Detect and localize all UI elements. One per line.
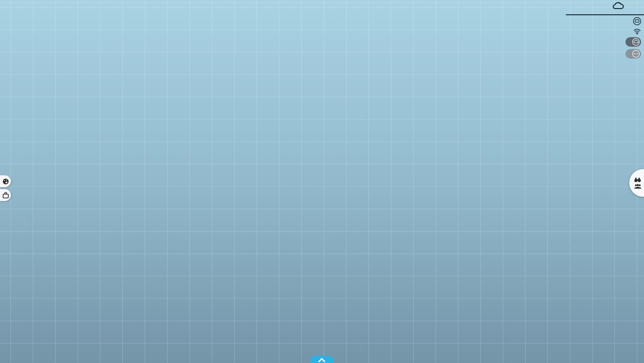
presence-widget[interactable] <box>629 169 644 197</box>
session-id-pill[interactable] <box>625 49 641 59</box>
instructor-row <box>631 17 641 25</box>
left-edge-toolbar <box>0 175 11 201</box>
connector-lines-layer <box>0 0 644 363</box>
device-info-panel <box>625 17 641 59</box>
more-options-icon <box>632 50 640 58</box>
palette-button[interactable] <box>0 175 11 187</box>
room-code-pill[interactable] <box>625 37 641 47</box>
display-icon <box>633 17 641 25</box>
palette-icon <box>2 178 9 185</box>
whiteboard-canvas[interactable] <box>0 0 644 363</box>
wifi-icon <box>633 28 641 35</box>
cloud-icon <box>612 1 625 10</box>
participant-count-row <box>633 184 644 189</box>
toolbox-button[interactable] <box>0 189 11 201</box>
ip-row <box>631 28 641 35</box>
participants-icon <box>634 184 642 189</box>
cast-cloud-icon <box>632 38 640 46</box>
weather <box>610 1 625 10</box>
chevron-up-icon <box>317 357 327 363</box>
observer-count-row <box>633 177 644 182</box>
date <box>633 1 634 2</box>
expand-tray-button[interactable] <box>310 356 333 363</box>
toolbox-icon <box>2 192 9 199</box>
status-bar <box>610 1 641 10</box>
binoculars-icon <box>634 177 641 182</box>
statusbar-underline <box>566 14 644 15</box>
